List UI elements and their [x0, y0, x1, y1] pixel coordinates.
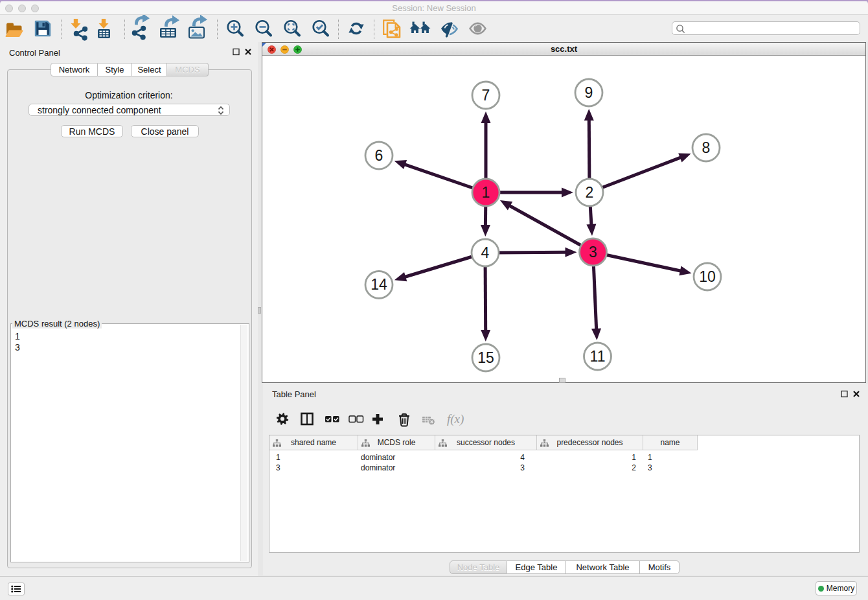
- svg-text:8: 8: [702, 139, 711, 156]
- svg-text:7: 7: [482, 87, 490, 104]
- svg-text:11: 11: [590, 348, 606, 365]
- svg-text:3: 3: [589, 244, 597, 260]
- svg-text:14: 14: [371, 276, 387, 293]
- svg-text:4: 4: [481, 244, 490, 261]
- svg-text:9: 9: [585, 84, 593, 101]
- svg-text:2: 2: [586, 184, 594, 201]
- svg-text:10: 10: [699, 268, 716, 285]
- svg-text:6: 6: [375, 147, 383, 164]
- svg-text:f(x): f(x): [447, 412, 464, 426]
- svg-text:1: 1: [482, 184, 490, 201]
- svg-text:15: 15: [477, 349, 494, 366]
